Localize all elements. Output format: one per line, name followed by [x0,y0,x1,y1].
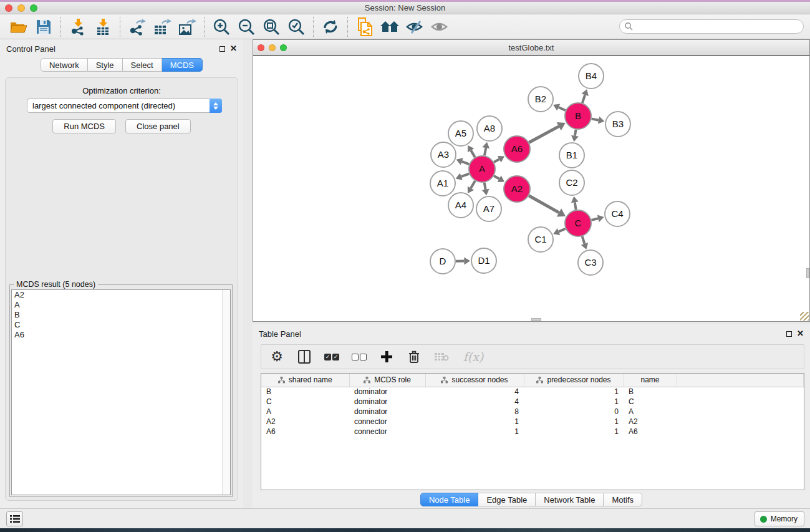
search-input[interactable] [619,19,804,34]
node-C[interactable]: C [565,210,591,236]
table-cell[interactable]: 1 [524,417,624,427]
node-table[interactable]: shared name MCDS role successor nodes pr… [261,373,804,490]
table-cell[interactable]: 1 [524,397,624,407]
export-table-button[interactable] [150,16,175,38]
deselect-all-columns-button[interactable] [351,348,367,365]
table-row[interactable]: Cdominator41C [261,397,804,407]
splitter-handle-vertical[interactable] [806,268,809,278]
zoom-out-button[interactable] [234,16,259,38]
import-network-button[interactable] [65,16,90,38]
mcds-result-item[interactable]: A6 [12,330,230,340]
table-cell[interactable]: 8 [425,407,524,417]
close-panel-button[interactable]: Close panel [125,119,191,133]
clone-network-button[interactable] [352,16,377,38]
column-header-predecessor-nodes[interactable]: predecessor nodes [524,374,624,387]
node-A4[interactable]: A4 [448,193,473,218]
edge-C-C4[interactable] [591,218,598,220]
node-C4[interactable]: C4 [605,201,630,226]
run-mcds-button[interactable]: Run MCDS [52,119,116,133]
node-A5[interactable]: A5 [448,121,473,146]
edge-B-B4[interactable] [582,95,585,103]
table-cell[interactable]: 1 [524,387,624,397]
edge-B-B1[interactable] [575,130,576,136]
show-task-history-button[interactable] [6,511,23,526]
edge-A2-C[interactable] [529,196,559,213]
node-A[interactable]: A [469,156,495,182]
table-cell[interactable]: C [261,397,349,407]
close-panel-icon[interactable]: ✕ [797,331,804,337]
table-cell[interactable]: A6 [261,427,349,437]
mcds-result-item[interactable]: C [12,320,230,330]
edge-A-A2[interactable] [494,176,499,179]
table-settings-button[interactable]: ⚙ [269,348,285,365]
splitter-handle-horizontal[interactable] [531,318,541,321]
zoom-selected-button[interactable] [284,16,309,38]
hide-graphics-details-button[interactable] [402,16,427,38]
window-resize-grip[interactable] [800,312,809,321]
node-A1[interactable]: A1 [430,171,455,196]
edge-B-B3[interactable] [592,118,599,120]
open-session-button[interactable] [6,16,31,38]
import-table-button[interactable] [90,16,115,38]
mcds-result-item[interactable]: B [12,310,230,320]
table-row[interactable]: Adominator80A [261,407,804,417]
table-cell[interactable]: C [624,397,677,407]
delete-column-button[interactable] [406,348,422,365]
export-network-button[interactable] [125,16,150,38]
table-cell[interactable]: A [624,407,677,417]
table-row[interactable]: Bdominator41B [261,387,804,397]
edge-A-A5[interactable] [471,150,475,157]
edge-A-A6[interactable] [494,159,499,162]
tab-motifs[interactable]: Motifs [604,493,642,506]
tab-mcds[interactable]: MCDS [162,58,203,72]
table-cell[interactable]: 0 [524,407,624,417]
node-A3[interactable]: A3 [431,142,456,167]
mcds-result-list[interactable]: A2ABCA6 [11,289,231,495]
export-image-button[interactable] [175,16,200,38]
zoom-in-button[interactable] [209,16,234,38]
tab-network-table[interactable]: Network Table [536,493,604,506]
show-graphics-details-button[interactable] [427,16,452,38]
node-C2[interactable]: C2 [559,170,584,195]
network-canvas[interactable]: AA6A2BCA1A3A4A5A7A8B1B2B3B4C1C2C3C4DD1 [253,56,809,321]
node-B2[interactable]: B2 [528,87,553,112]
column-header-successor-nodes[interactable]: successor nodes [425,374,524,387]
save-session-button[interactable] [31,16,56,38]
node-B[interactable]: B [565,103,591,129]
table-cell[interactable]: 1 [524,427,624,437]
edge-C-C2[interactable] [575,202,576,210]
table-cell[interactable]: A6 [624,427,677,437]
table-cell[interactable]: A2 [624,417,677,427]
node-B1[interactable]: B1 [559,143,584,168]
table-cell[interactable]: dominator [349,387,425,397]
memory-status-button[interactable]: Memory [755,511,804,526]
node-B3[interactable]: B3 [605,112,630,137]
add-column-button[interactable] [378,348,395,365]
close-panel-icon[interactable]: ✕ [230,46,237,52]
edge-A-A3[interactable] [462,162,470,164]
table-cell[interactable]: dominator [349,407,425,417]
table-cell[interactable]: A [261,407,349,417]
node-C1[interactable]: C1 [528,227,553,252]
table-cell[interactable]: connector [349,417,425,427]
mcds-result-item[interactable]: A [12,300,230,310]
node-A2[interactable]: A2 [504,176,530,202]
column-header-mcds-role[interactable]: MCDS role [349,374,425,387]
node-A7[interactable]: A7 [476,196,501,221]
table-cell[interactable]: 1 [425,427,524,437]
edge-C-C1[interactable] [559,229,566,232]
home-views-button[interactable] [377,16,402,38]
table-row[interactable]: A6connector11A6 [261,427,804,437]
node-A8[interactable]: A8 [477,116,502,141]
result-list-scrollbar[interactable] [222,290,230,495]
column-header-shared-name[interactable]: shared name [261,374,349,387]
function-builder-button[interactable]: f(x) [461,348,486,365]
edge-B-B2[interactable] [559,107,566,110]
tab-edge-table[interactable]: Edge Table [478,493,536,506]
node-C3[interactable]: C3 [578,250,603,275]
edge-A-A4[interactable] [471,181,475,188]
table-cell[interactable]: 4 [425,387,524,397]
zoom-fit-button[interactable] [259,16,284,38]
node-D1[interactable]: D1 [471,248,496,273]
float-panel-icon[interactable] [219,46,225,52]
